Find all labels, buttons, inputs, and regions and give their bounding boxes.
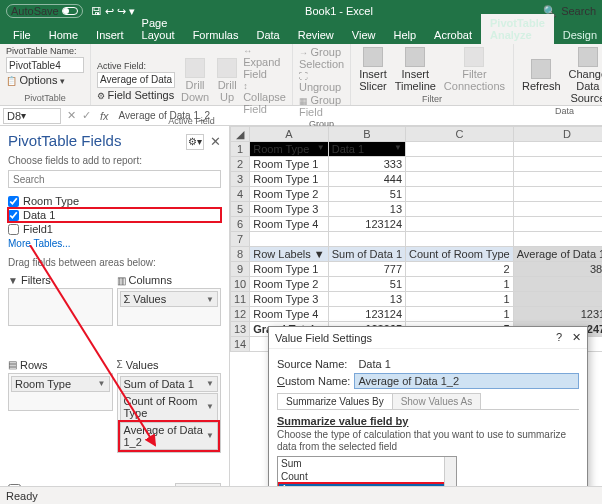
tab-data[interactable]: Data [247, 26, 288, 44]
cell[interactable]: 1 [406, 277, 514, 292]
cell[interactable]: 13 [513, 292, 602, 307]
list-option[interactable]: Count [278, 470, 456, 483]
pivottable-name-input[interactable] [6, 57, 84, 73]
cell[interactable]: 2 [406, 262, 514, 277]
row-header[interactable]: 13 [231, 322, 250, 337]
field-settings-button[interactable]: ⚙ Field Settings [97, 89, 175, 101]
cell[interactable]: 51 [513, 277, 602, 292]
cell[interactable]: Room Type 1 [250, 262, 328, 277]
row-header[interactable]: 6 [231, 217, 250, 232]
filters-area[interactable] [8, 288, 113, 326]
custom-name-input[interactable] [354, 373, 579, 389]
row-header[interactable]: 10 [231, 277, 250, 292]
row-header[interactable]: 1 [231, 142, 250, 157]
options-button[interactable]: 📋 Options ▾ [6, 74, 65, 86]
cell[interactable]: 123124 [328, 307, 405, 322]
cell[interactable]: Room Type 4 [250, 307, 328, 322]
cell[interactable]: Room Type 4 [250, 217, 328, 232]
autosave-toggle[interactable]: AutoSave [6, 4, 83, 18]
values-chip-average[interactable]: Average of Data 1_2▼ [120, 422, 219, 450]
cell[interactable]: 123124 [513, 307, 602, 322]
columns-area[interactable]: Σ Values▼ [117, 288, 222, 326]
row-header[interactable]: 9 [231, 262, 250, 277]
col-header-d[interactable]: D [513, 127, 602, 142]
tab-home[interactable]: Home [40, 26, 87, 44]
row-header[interactable]: 3 [231, 172, 250, 187]
tab-pivottable-analyze[interactable]: PivotTable Analyze [481, 14, 554, 44]
rows-area[interactable]: Room Type▼ [8, 373, 113, 411]
cell[interactable]: Room Type 3 [250, 292, 328, 307]
values-chip-sum[interactable]: Sum of Data 1▼ [120, 376, 219, 392]
tab-formulas[interactable]: Formulas [184, 26, 248, 44]
cell[interactable]: 51 [328, 277, 405, 292]
tab-show-values-as[interactable]: Show Values As [392, 393, 482, 409]
cell[interactable]: Room Type 1 [250, 172, 328, 187]
row-header[interactable]: 2 [231, 157, 250, 172]
pane-close-button[interactable]: ✕ [210, 134, 221, 149]
columns-chip[interactable]: Σ Values▼ [120, 291, 219, 307]
row-header[interactable]: 7 [231, 232, 250, 247]
tab-help[interactable]: Help [384, 26, 425, 44]
tab-file[interactable]: File [4, 26, 40, 44]
field-search-input[interactable] [8, 170, 221, 188]
rows-chip[interactable]: Room Type▼ [11, 376, 110, 392]
col-header-c[interactable]: C [406, 127, 514, 142]
pivot-header-cell[interactable]: Average of Data 1_2 [513, 247, 602, 262]
tab-page-layout[interactable]: Page Layout [133, 14, 184, 44]
select-all-corner[interactable]: ◢ [231, 127, 250, 142]
cell[interactable]: Room Type 3 [250, 202, 328, 217]
cell[interactable]: 1 [406, 292, 514, 307]
cell[interactable]: Room Type 2 [250, 277, 328, 292]
values-chip-count[interactable]: Count of Room Type▼ [120, 393, 219, 421]
cell[interactable]: Room Type▼ [250, 142, 328, 157]
tab-summarize-values-by[interactable]: Summarize Values By [277, 393, 393, 409]
tab-review[interactable]: Review [289, 26, 343, 44]
cancel-icon[interactable]: ✕ [64, 109, 79, 122]
values-area[interactable]: Sum of Data 1▼ Count of Room Type▼ Avera… [117, 373, 222, 453]
cell[interactable]: 388.5 [513, 262, 602, 277]
cell[interactable]: 777 [328, 262, 405, 277]
tab-design[interactable]: Design [554, 26, 602, 44]
tab-acrobat[interactable]: Acrobat [425, 26, 481, 44]
more-tables-link[interactable]: More Tables... [8, 238, 221, 249]
cell[interactable]: 51 [328, 187, 405, 202]
field-field1[interactable]: Field1 [8, 222, 221, 236]
insert-timeline-button[interactable]: Insert Timeline [393, 46, 438, 93]
cell[interactable]: Data 1▼ [328, 142, 405, 157]
cell[interactable]: 333 [328, 157, 405, 172]
dialog-help-button[interactable]: ? [556, 331, 562, 343]
fx-icon[interactable]: fx [94, 110, 115, 122]
dialog-close-button[interactable]: ✕ [572, 331, 581, 343]
formula-value[interactable]: Average of Data 1_2 [115, 110, 602, 121]
pane-tools-button[interactable]: ⚙▾ [186, 134, 204, 150]
cell[interactable]: 1 [406, 307, 514, 322]
pivot-header-cell[interactable]: Sum of Data 1 [328, 247, 405, 262]
tab-view[interactable]: View [343, 26, 385, 44]
cell[interactable] [406, 142, 514, 157]
row-header[interactable]: 11 [231, 292, 250, 307]
change-data-source-button[interactable]: Change Data Source [567, 46, 602, 105]
row-header[interactable]: 5 [231, 202, 250, 217]
row-header[interactable]: 4 [231, 187, 250, 202]
pivot-header-cell[interactable]: Row Labels ▼ [250, 247, 328, 262]
cell[interactable]: Room Type 2 [250, 187, 328, 202]
insert-slicer-button[interactable]: Insert Slicer [357, 46, 389, 93]
field-room-type[interactable]: Room Type [8, 194, 221, 208]
cell[interactable]: 444 [328, 172, 405, 187]
col-header-b[interactable]: B [328, 127, 405, 142]
list-option[interactable]: Sum [278, 457, 456, 470]
field-data-1[interactable]: Data 1 [8, 208, 221, 222]
name-box[interactable]: D8 ▾ [3, 108, 61, 124]
row-header[interactable]: 8 [231, 247, 250, 262]
cell[interactable]: 13 [328, 202, 405, 217]
pivot-header-cell[interactable]: Count of Room Type [406, 247, 514, 262]
tab-insert[interactable]: Insert [87, 26, 133, 44]
cell[interactable] [513, 142, 602, 157]
cell[interactable]: 123124 [328, 217, 405, 232]
col-header-a[interactable]: A [250, 127, 328, 142]
enter-icon[interactable]: ✓ [79, 109, 94, 122]
refresh-button[interactable]: Refresh [520, 58, 563, 93]
quick-access-toolbar[interactable]: 🖫 ↩ ↪ ▾ [91, 5, 135, 18]
active-field-input[interactable] [97, 72, 175, 88]
cell[interactable]: 13 [328, 292, 405, 307]
